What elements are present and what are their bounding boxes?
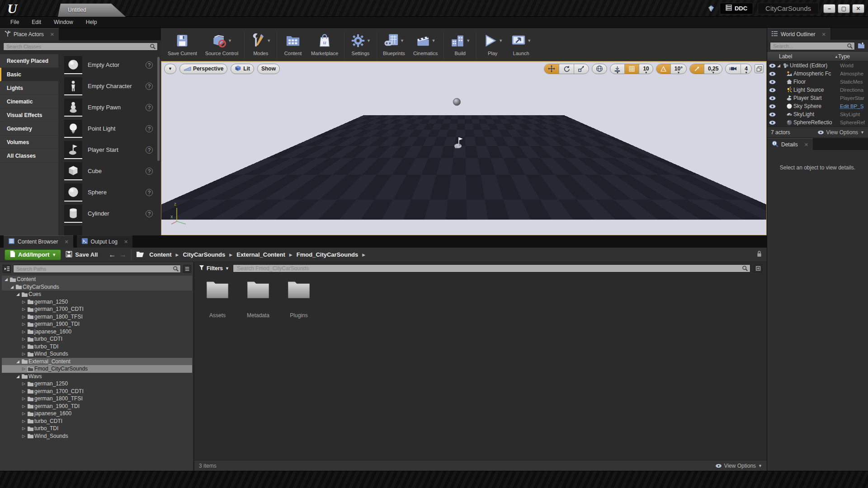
category-geometry[interactable]: Geometry xyxy=(0,122,58,136)
scale-snap-value[interactable]: 0,25▼ xyxy=(704,64,722,74)
expander-icon[interactable]: ◢ xyxy=(4,277,9,282)
tree-folder-fmod-citycarsounds[interactable]: ▷Fmod_CityCarSounds xyxy=(2,365,192,373)
camera-speed-value[interactable]: 4▼ xyxy=(741,64,751,74)
expander-icon[interactable]: ◢ xyxy=(15,292,20,296)
category-basic[interactable]: Basic xyxy=(0,68,58,81)
tree-folder-german-1800-tfsi[interactable]: ▷german_1800_TFSI xyxy=(2,395,192,403)
visibility-eye-icon[interactable] xyxy=(767,96,777,101)
toolbar-play-button[interactable]: ▼Play xyxy=(478,30,507,56)
menu-edit[interactable]: Edit xyxy=(26,18,47,27)
tree-folder-german-1900-tdi[interactable]: ▷german_1900_TDI xyxy=(2,320,192,328)
outliner-row-light-source[interactable]: Light SourceDirectiona xyxy=(767,86,868,94)
expander-icon[interactable]: ▷ xyxy=(21,404,26,408)
help-icon[interactable]: ? xyxy=(146,189,153,196)
expander-icon[interactable]: ▷ xyxy=(21,337,26,341)
outliner-search-input[interactable] xyxy=(770,42,854,50)
menu-help[interactable]: Help xyxy=(80,18,103,27)
tree-folder-cues[interactable]: ◢Cues xyxy=(2,291,192,298)
rotation-snap-value[interactable]: 10°▼ xyxy=(670,64,686,74)
category-visual-effects[interactable]: Visual Effects xyxy=(0,108,58,122)
expander-icon[interactable]: ▷ xyxy=(21,307,26,311)
toolbar-launch-button[interactable]: ▼Launch xyxy=(507,30,535,56)
tree-folder-german-1250[interactable]: ▷german_1250 xyxy=(2,380,192,388)
toolbar-settings-button[interactable]: ▼Settings xyxy=(346,30,375,56)
chevron-down-icon[interactable]: ▼ xyxy=(367,38,371,43)
visibility-eye-icon[interactable] xyxy=(767,104,777,109)
outliner-column-header[interactable]: Label ▲ Type xyxy=(767,52,868,61)
camera-mode-button[interactable]: Perspective xyxy=(179,64,227,74)
scale-tool-button[interactable] xyxy=(574,64,589,74)
tree-folder-japanese-1600[interactable]: ▷japanese_1600 xyxy=(2,328,192,336)
visibility-eye-icon[interactable] xyxy=(767,71,777,76)
close-icon[interactable]: ✕ xyxy=(821,32,826,38)
tree-folder-external-content[interactable]: ◢External_Content xyxy=(2,358,192,366)
expander-icon[interactable]: ◢ xyxy=(9,285,14,289)
camera-speed-button[interactable] xyxy=(726,64,741,74)
tree-folder-german-1250[interactable]: ▷german_1250 xyxy=(2,298,192,306)
visibility-eye-icon[interactable] xyxy=(767,120,777,125)
tree-folder-german-1900-tdi[interactable]: ▷german_1900_TDI xyxy=(2,403,192,410)
visibility-eye-icon[interactable] xyxy=(767,63,777,68)
outliner-row-spherereflectio[interactable]: SphereReflectioSphereRef xyxy=(767,118,868,127)
visibility-eye-icon[interactable] xyxy=(767,80,777,84)
help-icon[interactable]: ? xyxy=(146,125,153,132)
toolbar-build-button[interactable]: ▼Build xyxy=(446,30,474,56)
expander-icon[interactable]: ▷ xyxy=(21,381,26,386)
tree-folder-german-1800-tfsi[interactable]: ▷german_1800_TFSI xyxy=(2,313,192,321)
marketplace-gem-icon[interactable] xyxy=(707,5,715,13)
move-tool-button[interactable] xyxy=(544,64,559,74)
help-icon[interactable]: ? xyxy=(146,104,153,111)
category-all-classes[interactable]: All Classes xyxy=(0,149,58,163)
restore-button[interactable]: ▢ xyxy=(838,4,850,13)
list-view-icon[interactable] xyxy=(183,265,191,273)
player-start-gizmo[interactable] xyxy=(453,136,465,151)
search-classes-input[interactable] xyxy=(4,43,157,50)
chevron-down-icon[interactable]: ▼ xyxy=(466,38,470,43)
tree-folder-turbo-tdi[interactable]: ▷turbo_TDI xyxy=(2,343,192,351)
tab-world-outliner[interactable]: World Outliner ✕ xyxy=(767,28,830,40)
expander-icon[interactable]: ▷ xyxy=(21,419,26,423)
new-folder-icon[interactable] xyxy=(857,42,865,50)
help-icon[interactable]: ? xyxy=(146,61,153,69)
expander-icon[interactable]: ◢ xyxy=(15,374,20,379)
ddc-button[interactable]: DDC xyxy=(720,3,753,14)
breadcrumb-content[interactable]: Content xyxy=(149,251,171,258)
tree-folder-german-1700-cdti[interactable]: ▷german_1700_CDTI xyxy=(2,305,192,313)
expander-icon[interactable]: ▷ xyxy=(21,389,26,394)
chevron-down-icon[interactable]: ▼ xyxy=(527,38,531,43)
chevron-down-icon[interactable]: ▼ xyxy=(432,38,436,43)
outliner-row-atmospheric-fc[interactable]: Atmospheric FcAtmosphe xyxy=(767,70,868,78)
close-icon[interactable]: ✕ xyxy=(804,142,808,148)
tree-folder-japanese-1600[interactable]: ▷japanese_1600 xyxy=(2,410,192,418)
outliner-row-sky-sphere[interactable]: Sky SphereEdit BP_S xyxy=(767,102,868,110)
category-lights[interactable]: Lights xyxy=(0,81,58,95)
grid-snap-button[interactable] xyxy=(624,64,639,74)
filters-button[interactable]: Filters ▼ xyxy=(199,265,229,272)
tree-folder-wind-sounds[interactable]: ▷Wind_Sounds xyxy=(2,432,192,440)
tab-details[interactable]: i Details ✕ xyxy=(767,138,813,150)
level-viewport[interactable]: z x ▼ Perspective Lit Show xyxy=(161,61,767,235)
tree-folder-wind-sounds[interactable]: ▷Wind_Sounds xyxy=(2,350,192,358)
chevron-down-icon[interactable]: ▼ xyxy=(400,38,404,43)
expander-icon[interactable]: ▷ xyxy=(21,322,26,326)
lock-icon[interactable] xyxy=(756,250,762,259)
place-item-sphere[interactable]: Sphere? xyxy=(64,182,161,203)
back-arrow-button[interactable]: ← xyxy=(108,251,116,259)
level-tab[interactable]: Untitled xyxy=(58,4,126,17)
place-item-empty-pawn[interactable]: Empty Pawn? xyxy=(64,97,161,118)
place-item-point-light[interactable]: Point Light? xyxy=(64,118,161,139)
search-paths-input[interactable] xyxy=(14,265,180,272)
surface-snap-button[interactable]: ▼ xyxy=(610,64,624,74)
tab-content-browser[interactable]: Content Browser ✕ xyxy=(4,235,73,248)
tab-place-actors[interactable]: Place Actors ✕ xyxy=(0,28,59,40)
toolbar-modes-button[interactable]: ▼Modes xyxy=(246,30,275,56)
close-icon[interactable]: ✕ xyxy=(64,239,68,245)
tree-folder-turbo-tdi[interactable]: ▷turbo_TDI xyxy=(2,425,192,432)
asset-folder-metadata[interactable]: Metadata xyxy=(241,279,275,319)
help-icon[interactable]: ? xyxy=(146,210,153,217)
category-cinematic[interactable]: Cinematic xyxy=(0,95,58,108)
type-column[interactable]: Type xyxy=(838,53,868,60)
tree-folder-citycarsounds[interactable]: ◢CityCarSounds xyxy=(2,283,192,291)
close-icon[interactable]: ✕ xyxy=(50,32,54,38)
expander-icon[interactable]: ▷ xyxy=(21,352,26,356)
